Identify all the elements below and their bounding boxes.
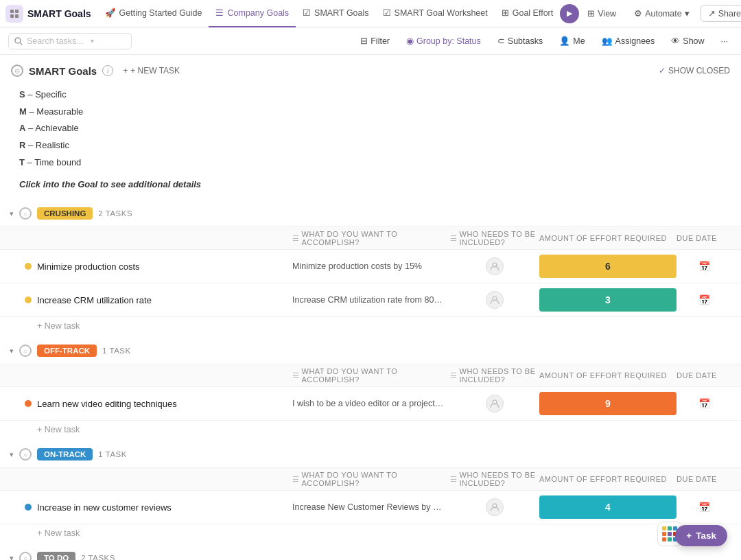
included-col-icon: ☰	[450, 475, 458, 484]
calendar-icon[interactable]: 📅	[698, 398, 710, 409]
assignees-button[interactable]: 👥 Assignees	[597, 34, 660, 48]
show-icon: 👁	[671, 36, 680, 46]
add-task-fab[interactable]: + Task	[675, 525, 727, 546]
task-assignee	[450, 395, 539, 412]
task-name: Minimize production costs	[25, 261, 292, 272]
tab-goal-effort[interactable]: ⊞ Goal Effort	[495, 0, 561, 27]
plus-icon: +	[123, 66, 128, 75]
group-section-off-track: ▾ ○ OFF-TRACK 1 TASK ☰ What do you want …	[0, 338, 741, 439]
smart-item-a: A – Achievable	[19, 120, 730, 137]
svg-line-5	[21, 43, 23, 45]
chevron-icon: ▾	[10, 450, 14, 459]
group-circle-on-track[interactable]: ○	[19, 448, 32, 460]
group-header-todo[interactable]: ▾ ○ TO DO 2 TASKS	[0, 545, 741, 560]
svg-rect-0	[10, 10, 14, 13]
task-count-off-track: 1 TASK	[102, 347, 131, 355]
task-row[interactable]: Learn new video editing techniques I wis…	[0, 387, 741, 421]
new-task-row[interactable]: + New task	[0, 524, 741, 542]
me-button[interactable]: 👤 Me	[554, 34, 589, 48]
task-accomplish: Increase CRM utilization rate from 80 to…	[292, 295, 450, 305]
view-button[interactable]: ⊞ View	[580, 5, 623, 21]
task-name: Learn new video editing techniques	[25, 399, 292, 409]
search-box[interactable]: Search tasks... ▾	[8, 33, 132, 49]
group-by-button[interactable]: ◉ Group by: Status	[401, 34, 486, 48]
page-title: SMART Goals	[29, 65, 97, 77]
task-label: Learn new video editing techniques	[37, 399, 177, 409]
new-task-row[interactable]: + New task	[0, 421, 741, 439]
calendar-icon[interactable]: 📅	[698, 294, 710, 305]
task-label: Increase in new customer reviews	[37, 502, 172, 513]
me-icon: 👤	[559, 36, 570, 46]
filter-button[interactable]: ⊟ Filter	[355, 34, 395, 48]
avatar	[486, 257, 504, 275]
show-button[interactable]: 👁 Show	[666, 34, 709, 48]
task-status-dot	[25, 400, 32, 407]
more-tabs-button[interactable]: ▶	[560, 4, 579, 23]
avatar	[486, 498, 504, 516]
group-circle-todo[interactable]: ○	[19, 552, 32, 560]
search-chevron-icon: ▾	[91, 37, 94, 45]
col-due: Due Date	[677, 234, 731, 242]
calendar-icon[interactable]: 📅	[698, 261, 710, 272]
subtasks-button[interactable]: ⊂ Subtasks	[493, 34, 548, 48]
tab-getting-started[interactable]: 🚀 Getting Started Guide	[98, 0, 209, 27]
automate-button[interactable]: ⚙ Automate ▾	[627, 5, 696, 21]
status-badge-crushing: CRUSHING	[37, 207, 93, 220]
company-goals-icon: ☰	[215, 8, 224, 18]
effort-bar: 4	[539, 495, 677, 519]
smart-item-m: M – Measurable	[19, 104, 730, 121]
group-circle-crushing[interactable]: ○	[19, 207, 32, 220]
task-row[interactable]: Increase CRM utilization rate Increase C…	[0, 283, 741, 317]
tab-smart-goals[interactable]: ☑ SMART Goals	[296, 0, 375, 27]
group-header-on-track[interactable]: ▾ ○ ON-TRACK 1 TASK	[0, 441, 741, 467]
group-header-crushing[interactable]: ▾ ○ CRUSHING 2 TASKS	[0, 200, 741, 226]
fab-plus-icon: +	[686, 530, 692, 541]
table-header-on-track: ☰ What do you want to accomplish? ☰ Who …	[0, 467, 741, 491]
col-accomplish: ☰ What do you want to accomplish?	[292, 471, 450, 487]
info-icon[interactable]: i	[102, 65, 113, 76]
app-icon	[5, 5, 23, 23]
col-effort: Amount of Effort Required	[539, 234, 677, 242]
task-row[interactable]: Minimize production costs Minimize produ…	[0, 250, 741, 283]
due-date-cell[interactable]: 📅	[677, 502, 731, 513]
task-accomplish: Increase New Customer Reviews by 30% Yea…	[292, 502, 450, 512]
due-date-cell[interactable]: 📅	[677, 398, 731, 409]
col-accomplish: ☰ What do you want to accomplish?	[292, 230, 450, 246]
effort-bar: 9	[539, 392, 677, 415]
new-task-header-button[interactable]: + + NEW TASK	[119, 65, 184, 77]
svg-rect-3	[15, 14, 19, 18]
task-row[interactable]: Increase in new customer reviews Increas…	[0, 491, 741, 524]
share-button[interactable]: ↗ Share	[701, 5, 741, 22]
status-badge-on-track: ON-TRACK	[37, 448, 93, 460]
collapse-button[interactable]: ⊖	[11, 65, 23, 77]
more-options-button[interactable]: ···	[716, 34, 733, 48]
tab-smart-goal-worksheet[interactable]: ☑ SMART Goal Worksheet	[376, 0, 495, 27]
smart-acronym-list: S – Specific M – Measurable A – Achievab…	[0, 81, 741, 174]
view-icon: ⊞	[587, 8, 595, 19]
task-assignee	[450, 498, 539, 516]
show-closed-button[interactable]: ✓ SHOW CLOSED	[659, 66, 730, 75]
click-hint: Click into the Goal to see additional de…	[0, 174, 741, 200]
new-task-row[interactable]: + New task	[0, 317, 741, 335]
due-date-cell[interactable]: 📅	[677, 261, 731, 272]
tab-company-goals[interactable]: ☰ Company Goals	[209, 0, 296, 27]
chevron-icon: ▾	[10, 209, 14, 218]
col-due: Due Date	[677, 371, 731, 380]
group-header-off-track[interactable]: ▾ ○ OFF-TRACK 1 TASK	[0, 338, 741, 364]
accomplish-col-icon: ☰	[292, 234, 300, 243]
task-assignee	[450, 257, 539, 275]
status-badge-off-track: OFF-TRACK	[37, 345, 97, 357]
svg-rect-2	[10, 14, 14, 18]
effort-bar: 3	[539, 288, 677, 312]
toolbar: Search tasks... ▾ ⊟ Filter ◉ Group by: S…	[0, 27, 741, 55]
assignees-icon: 👥	[602, 36, 613, 46]
group-section-todo: ▾ ○ TO DO 2 TASKS ☰ What do you want to …	[0, 545, 741, 560]
due-date-cell[interactable]: 📅	[677, 294, 731, 305]
calendar-icon[interactable]: 📅	[698, 502, 710, 513]
chevron-icon: ▾	[10, 554, 14, 560]
chevron-icon: ▾	[10, 347, 14, 355]
table-header-crushing: ☰ What do you want to accomplish? ☰ Who …	[0, 226, 741, 250]
group-circle-off-track[interactable]: ○	[19, 345, 32, 357]
task-count-crushing: 2 TASKS	[98, 209, 132, 218]
col-included: ☰ Who needs to be included?	[450, 230, 539, 246]
